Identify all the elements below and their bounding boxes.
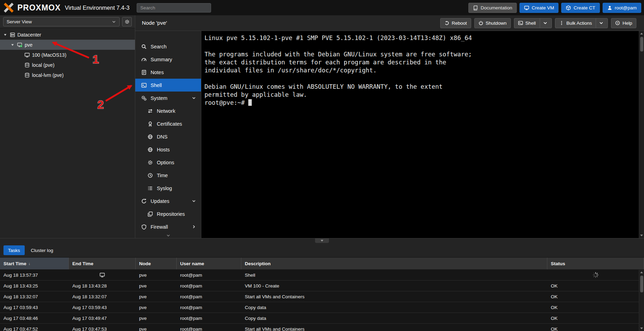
create-ct-button[interactable]: Create CT: [561, 3, 599, 13]
column-header-description[interactable]: Description: [241, 258, 547, 269]
reboot-icon: [444, 21, 449, 25]
menu-item-network[interactable]: Network: [135, 104, 201, 117]
tasks-panel: Tasks Cluster log Start Time↓End TimeNod…: [0, 243, 644, 331]
refresh-icon: [141, 198, 147, 204]
tree-item-100-macos13[interactable]: 100 (MacOS13): [0, 50, 135, 60]
column-header-start-time[interactable]: Start Time↓: [0, 258, 69, 269]
tasks-scrollbar[interactable]: [639, 270, 644, 331]
reboot-button[interactable]: Reboot: [440, 18, 471, 28]
splitter-collapse-handle[interactable]: [315, 238, 329, 243]
tree-item-pve[interactable]: pve: [0, 40, 135, 50]
menu-item-firewall[interactable]: Firewall: [135, 220, 201, 233]
node-icon: [17, 42, 23, 48]
task-row[interactable]: Aug 17 03:59:43Aug 17 03:59:43pveroot@pa…: [0, 302, 644, 313]
documentation-button[interactable]: Documentation: [468, 3, 517, 13]
task-row[interactable]: Aug 17 03:48:46Aug 17 03:49:47pveroot@pa…: [0, 313, 644, 324]
create-vm-button[interactable]: Create VM: [520, 3, 559, 13]
user-menu-button[interactable]: root@pam: [603, 3, 641, 13]
task-cell-user: root@pam: [177, 291, 241, 302]
column-header-node[interactable]: Node: [136, 258, 177, 269]
button-label: Shell: [525, 21, 536, 26]
menu-scroll-more-icon[interactable]: [166, 233, 171, 238]
shell-terminal[interactable]: Linux pve 5.15.102-1-pve #1 SMP PVE 5.15…: [201, 31, 644, 238]
task-cell-status: [547, 270, 644, 280]
task-row[interactable]: Aug 17 03:47:52Aug 17 03:47:53pveroot@pa…: [0, 324, 644, 331]
scroll-down-icon[interactable]: [639, 326, 644, 331]
bulk-actions-button[interactable]: Bulk Actions: [555, 18, 608, 28]
menu-item-label: Notes: [151, 70, 164, 75]
menu-item-label: Network: [157, 108, 175, 114]
scroll-up-icon[interactable]: [639, 270, 644, 275]
shutdown-button[interactable]: Shutdown: [474, 18, 511, 28]
shell-icon: [518, 21, 523, 25]
task-cell-node: pve: [136, 302, 177, 313]
tree-item-local-lvm-pve[interactable]: local-lvm (pve): [0, 70, 135, 80]
menu-item-search[interactable]: Search: [135, 40, 201, 53]
gear-icon: [124, 19, 130, 24]
caret-down-icon: [10, 42, 15, 47]
menu-item-label: Summary: [151, 57, 172, 62]
button-label: Shutdown: [486, 21, 507, 26]
shell-button[interactable]: Shell: [514, 18, 552, 28]
dropdown-caret[interactable]: [596, 18, 604, 28]
tasks-table-body: Aug 18 13:57:37pveroot@pamShellAug 18 13…: [0, 270, 644, 331]
task-row[interactable]: Aug 18 13:43:25Aug 18 13:43:28pveroot@pa…: [0, 281, 644, 291]
tab-tasks[interactable]: Tasks: [3, 245, 25, 255]
menu-item-summary[interactable]: Summary: [135, 53, 201, 66]
spinner-icon: [593, 272, 599, 278]
column-header-user-name[interactable]: User name: [177, 258, 241, 269]
menu-item-updates[interactable]: Updates: [135, 195, 201, 207]
node-title: Node 'pve': [142, 20, 167, 26]
menu-item-options[interactable]: Options: [135, 156, 201, 169]
task-row[interactable]: Aug 18 13:32:07Aug 18 13:32:07pveroot@pa…: [0, 291, 644, 302]
tasks-scroll-thumb[interactable]: [640, 276, 643, 292]
menu-item-label: Syslog: [157, 186, 172, 191]
menu-item-syslog[interactable]: Syslog: [135, 182, 201, 195]
column-label: User name: [180, 261, 204, 266]
globe-icon: [147, 147, 153, 152]
menu-item-certificates[interactable]: Certificates: [135, 117, 201, 130]
tree-item-datacenter[interactable]: Datacenter: [0, 30, 135, 40]
shell-icon: [141, 82, 147, 88]
menu-item-system[interactable]: System: [135, 92, 201, 104]
terminal-scrollbar[interactable]: [639, 31, 644, 238]
chev-down-icon: [192, 199, 196, 203]
search-icon: [141, 44, 147, 49]
column-header-end-time[interactable]: End Time: [69, 258, 136, 269]
scroll-down-icon[interactable]: [639, 233, 644, 238]
menu-item-repositories[interactable]: Repositories: [135, 207, 201, 220]
list-icon: [147, 186, 153, 191]
menu-item-label: Firewall: [151, 224, 168, 230]
menu-item-dns[interactable]: DNS: [135, 130, 201, 143]
globe-icon: [147, 134, 153, 140]
view-selector[interactable]: Server View: [3, 17, 120, 26]
shield-icon: [141, 224, 147, 230]
tree-settings-button[interactable]: [122, 17, 132, 26]
global-search-input[interactable]: [137, 3, 211, 13]
task-cell-end-time: Aug 17 03:49:47: [69, 313, 136, 323]
resource-tree-panel: Server View Datacenterpve100 (MacOS13)lo…: [0, 15, 135, 238]
menu-item-label: DNS: [157, 134, 168, 140]
tab-cluster-log[interactable]: Cluster log: [26, 245, 58, 255]
resource-tree: Datacenterpve100 (MacOS13)local (pve)loc…: [0, 28, 135, 80]
task-cell-start-time: Aug 18 13:43:25: [0, 281, 69, 291]
repo-icon: [147, 211, 153, 217]
terminal-scroll-thumb[interactable]: [640, 37, 643, 52]
scroll-up-icon[interactable]: [639, 31, 644, 36]
task-cell-node: pve: [136, 313, 177, 323]
task-cell-end-time: Aug 17 03:47:53: [69, 324, 136, 331]
dropdown-caret[interactable]: [540, 18, 548, 28]
menu-item-hosts[interactable]: Hosts: [135, 143, 201, 156]
task-cell-status: OK: [547, 313, 644, 323]
power-icon: [478, 21, 483, 25]
tree-item-label: Datacenter: [17, 32, 41, 38]
help-button[interactable]: Help: [611, 18, 636, 28]
menu-item-notes[interactable]: Notes: [135, 66, 201, 79]
menu-item-time[interactable]: Time: [135, 169, 201, 182]
tree-item-local-pve[interactable]: local (pve): [0, 60, 135, 70]
task-row[interactable]: Aug 18 13:57:37pveroot@pamShell: [0, 270, 644, 281]
terminal-output: Linux pve 5.15.102-1-pve #1 SMP PVE 5.15…: [204, 34, 472, 107]
panel-splitter[interactable]: [0, 238, 644, 243]
column-header-status[interactable]: Status: [547, 258, 644, 269]
menu-item-shell[interactable]: Shell: [135, 79, 201, 92]
